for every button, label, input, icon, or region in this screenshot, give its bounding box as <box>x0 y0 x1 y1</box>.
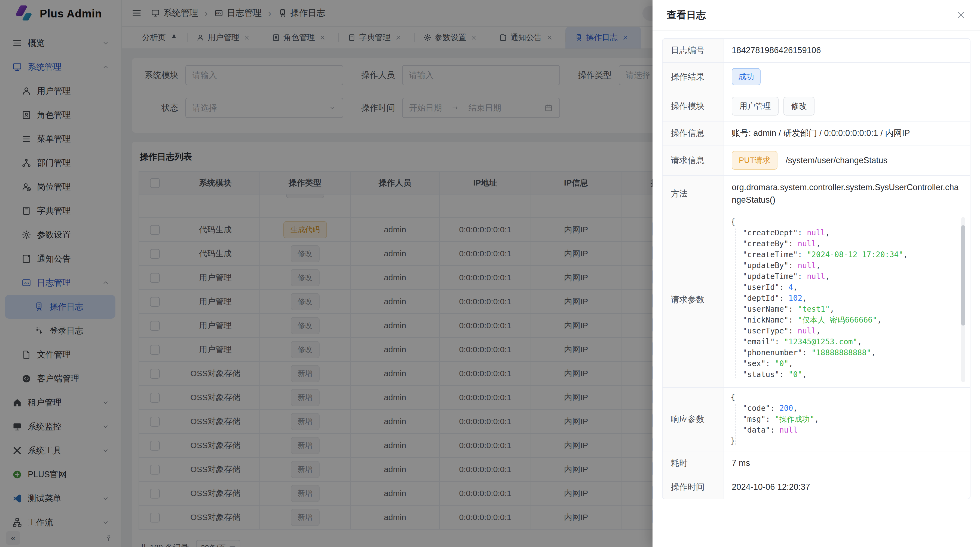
desc-label: 耗时 <box>663 451 724 475</box>
drawer-body: 日志编号1842781986426159106操作结果成功操作模块用户管理修改操… <box>652 30 980 507</box>
desc-row-耗时: 耗时7 ms <box>663 451 970 475</box>
desc-row-操作信息: 操作信息账号: admin / 研发部门 / 0:0:0:0:0:0:0:1 /… <box>663 121 970 145</box>
desc-value: PUT请求/system/user/changeStatus <box>724 145 970 175</box>
desc-row-响应参数: 响应参数{"code": 200,"msg": "操作成功","data": n… <box>663 387 970 451</box>
desc-value: {"code": 200,"msg": "操作成功","data": null} <box>724 388 970 451</box>
desc-label: 日志编号 <box>663 39 724 62</box>
json-code-block: {"code": 200,"msg": "操作成功","data": null} <box>728 391 966 448</box>
desc-row-操作模块: 操作模块用户管理修改 <box>663 91 970 121</box>
desc-label: 响应参数 <box>663 388 724 451</box>
result-tag: 成功 <box>732 68 760 85</box>
drawer-header: 查看日志 <box>652 0 980 30</box>
desc-value: 7 ms <box>724 451 970 475</box>
scrollbar-thumb[interactable] <box>961 225 965 325</box>
desc-row-操作时间: 操作时间2024-10-06 12:20:37 <box>663 475 970 499</box>
desc-value: 成功 <box>724 63 970 91</box>
desc-row-日志编号: 日志编号1842781986426159106 <box>663 39 970 62</box>
http-method-tag: PUT请求 <box>732 151 778 170</box>
desc-label: 请求信息 <box>663 145 724 175</box>
module-tag: 用户管理 <box>732 97 778 115</box>
log-descriptions: 日志编号1842781986426159106操作结果成功操作模块用户管理修改操… <box>662 38 970 499</box>
desc-label: 操作结果 <box>663 63 724 91</box>
request-url: /system/user/changeStatus <box>786 154 888 167</box>
desc-value: 2024-10-06 12:20:37 <box>724 475 970 499</box>
json-code-block: {"createDept": null,"createBy": null,"cr… <box>728 215 966 384</box>
drawer-title: 查看日志 <box>667 8 706 22</box>
desc-value: 账号: admin / 研发部门 / 0:0:0:0:0:0:0:1 / 内网I… <box>724 121 970 145</box>
desc-row-请求参数: 请求参数{"createDept": null,"createBy": null… <box>663 212 970 387</box>
close-icon[interactable] <box>956 10 966 20</box>
desc-value: org.dromara.system.controller.system.Sys… <box>724 176 970 212</box>
desc-value: {"createDept": null,"createBy": null,"cr… <box>724 212 970 387</box>
desc-row-操作结果: 操作结果成功 <box>663 62 970 91</box>
module-tag: 修改 <box>783 97 815 115</box>
desc-label: 请求参数 <box>663 212 724 387</box>
desc-label: 操作时间 <box>663 475 724 499</box>
desc-label: 操作模块 <box>663 91 724 121</box>
desc-value: 1842781986426159106 <box>724 39 970 62</box>
desc-label: 操作信息 <box>663 121 724 145</box>
desc-row-方法: 方法org.dromara.system.controller.system.S… <box>663 175 970 212</box>
desc-value: 用户管理修改 <box>724 91 970 121</box>
log-detail-drawer: 查看日志 日志编号1842781986426159106操作结果成功操作模块用户… <box>652 0 980 547</box>
desc-label: 方法 <box>663 176 724 212</box>
desc-row-请求信息: 请求信息PUT请求/system/user/changeStatus <box>663 145 970 175</box>
